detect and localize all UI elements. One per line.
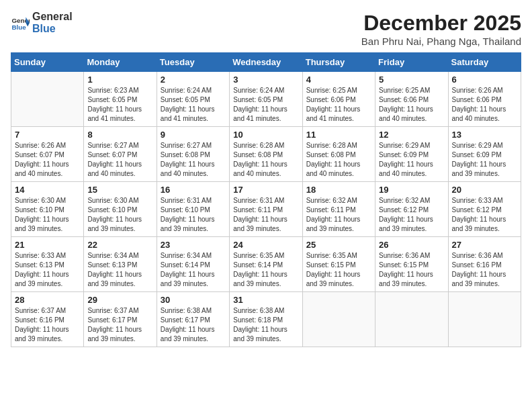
day-number: 4 (306, 75, 371, 85)
logo-icon: General Blue (11, 13, 30, 32)
day-detail: Sunrise: 6:25 AM Sunset: 6:06 PM Dayligh… (379, 86, 444, 124)
day-number: 23 (161, 240, 226, 250)
day-detail: Sunrise: 6:23 AM Sunset: 6:05 PM Dayligh… (87, 86, 152, 124)
day-detail: Sunrise: 6:29 AM Sunset: 6:09 PM Dayligh… (379, 141, 444, 179)
weekday-header-thursday: Thursday (302, 53, 375, 72)
day-detail: Sunrise: 6:27 AM Sunset: 6:07 PM Dayligh… (87, 141, 152, 179)
calendar-cell: 10Sunrise: 6:28 AM Sunset: 6:08 PM Dayli… (230, 127, 302, 182)
day-number: 20 (452, 185, 517, 195)
calendar-cell (375, 292, 448, 347)
day-detail: Sunrise: 6:34 AM Sunset: 6:14 PM Dayligh… (161, 251, 226, 289)
header: General Blue General Blue December 2025 … (11, 11, 521, 47)
location-title: Ban Phru Nai, Phang Nga, Thailand (361, 36, 521, 47)
calendar-cell: 11Sunrise: 6:28 AM Sunset: 6:08 PM Dayli… (302, 127, 375, 182)
calendar-cell: 31Sunrise: 6:38 AM Sunset: 6:18 PM Dayli… (230, 292, 302, 347)
day-detail: Sunrise: 6:38 AM Sunset: 6:17 PM Dayligh… (161, 306, 226, 344)
calendar-cell: 19Sunrise: 6:32 AM Sunset: 6:12 PM Dayli… (375, 182, 448, 237)
calendar-cell: 8Sunrise: 6:27 AM Sunset: 6:07 PM Daylig… (84, 127, 157, 182)
weekday-header-sunday: Sunday (11, 53, 84, 72)
day-number: 19 (379, 185, 444, 195)
logo-general: General (32, 11, 73, 23)
day-number: 14 (15, 185, 80, 195)
day-number: 16 (161, 185, 226, 195)
day-detail: Sunrise: 6:27 AM Sunset: 6:08 PM Dayligh… (161, 141, 226, 179)
week-row-5: 28Sunrise: 6:37 AM Sunset: 6:16 PM Dayli… (11, 292, 521, 347)
day-number: 3 (233, 75, 298, 85)
day-number: 13 (452, 130, 517, 140)
calendar-cell: 16Sunrise: 6:31 AM Sunset: 6:10 PM Dayli… (157, 182, 229, 237)
calendar-cell: 20Sunrise: 6:33 AM Sunset: 6:12 PM Dayli… (448, 182, 521, 237)
title-area: December 2025 Ban Phru Nai, Phang Nga, T… (361, 11, 521, 47)
calendar-cell: 21Sunrise: 6:33 AM Sunset: 6:13 PM Dayli… (11, 237, 84, 292)
day-number: 9 (161, 130, 226, 140)
day-number: 26 (379, 240, 444, 250)
weekday-header-wednesday: Wednesday (230, 53, 302, 72)
day-detail: Sunrise: 6:24 AM Sunset: 6:05 PM Dayligh… (233, 86, 298, 124)
day-detail: Sunrise: 6:31 AM Sunset: 6:11 PM Dayligh… (233, 196, 298, 234)
weekday-header-tuesday: Tuesday (157, 53, 229, 72)
day-detail: Sunrise: 6:29 AM Sunset: 6:09 PM Dayligh… (452, 141, 517, 179)
day-detail: Sunrise: 6:33 AM Sunset: 6:12 PM Dayligh… (452, 196, 517, 234)
day-detail: Sunrise: 6:31 AM Sunset: 6:10 PM Dayligh… (161, 196, 226, 234)
calendar-cell: 2Sunrise: 6:24 AM Sunset: 6:05 PM Daylig… (157, 72, 229, 127)
day-detail: Sunrise: 6:26 AM Sunset: 6:07 PM Dayligh… (15, 141, 80, 179)
day-detail: Sunrise: 6:35 AM Sunset: 6:15 PM Dayligh… (306, 251, 371, 289)
day-number: 24 (233, 240, 298, 250)
calendar-cell: 24Sunrise: 6:35 AM Sunset: 6:14 PM Dayli… (230, 237, 302, 292)
calendar-cell: 23Sunrise: 6:34 AM Sunset: 6:14 PM Dayli… (157, 237, 229, 292)
calendar-cell (448, 292, 521, 347)
day-number: 8 (87, 130, 152, 140)
calendar-cell: 4Sunrise: 6:25 AM Sunset: 6:06 PM Daylig… (302, 72, 375, 127)
day-number: 15 (87, 185, 152, 195)
day-detail: Sunrise: 6:37 AM Sunset: 6:16 PM Dayligh… (15, 306, 80, 344)
day-detail: Sunrise: 6:24 AM Sunset: 6:05 PM Dayligh… (161, 86, 226, 124)
calendar-cell: 17Sunrise: 6:31 AM Sunset: 6:11 PM Dayli… (230, 182, 302, 237)
calendar-cell: 18Sunrise: 6:32 AM Sunset: 6:11 PM Dayli… (302, 182, 375, 237)
day-detail: Sunrise: 6:34 AM Sunset: 6:13 PM Dayligh… (87, 251, 152, 289)
weekday-header-saturday: Saturday (448, 53, 521, 72)
day-number: 22 (87, 240, 152, 250)
calendar-cell: 3Sunrise: 6:24 AM Sunset: 6:05 PM Daylig… (230, 72, 302, 127)
week-row-2: 7Sunrise: 6:26 AM Sunset: 6:07 PM Daylig… (11, 127, 521, 182)
calendar-table: SundayMondayTuesdayWednesdayThursdayFrid… (11, 52, 521, 347)
svg-marker-3 (26, 23, 30, 27)
calendar-cell: 28Sunrise: 6:37 AM Sunset: 6:16 PM Dayli… (11, 292, 84, 347)
calendar-cell: 22Sunrise: 6:34 AM Sunset: 6:13 PM Dayli… (84, 237, 157, 292)
day-detail: Sunrise: 6:36 AM Sunset: 6:15 PM Dayligh… (379, 251, 444, 289)
day-number: 28 (15, 295, 80, 305)
day-number: 25 (306, 240, 371, 250)
day-detail: Sunrise: 6:30 AM Sunset: 6:10 PM Dayligh… (15, 196, 80, 234)
week-row-4: 21Sunrise: 6:33 AM Sunset: 6:13 PM Dayli… (11, 237, 521, 292)
day-detail: Sunrise: 6:38 AM Sunset: 6:18 PM Dayligh… (233, 306, 298, 344)
day-number: 31 (233, 295, 298, 305)
day-number: 1 (87, 75, 152, 85)
calendar-cell: 12Sunrise: 6:29 AM Sunset: 6:09 PM Dayli… (375, 127, 448, 182)
day-number: 30 (161, 295, 226, 305)
calendar-cell: 1Sunrise: 6:23 AM Sunset: 6:05 PM Daylig… (84, 72, 157, 127)
day-detail: Sunrise: 6:33 AM Sunset: 6:13 PM Dayligh… (15, 251, 80, 289)
day-detail: Sunrise: 6:36 AM Sunset: 6:16 PM Dayligh… (452, 251, 517, 289)
logo: General Blue General Blue (11, 11, 73, 34)
calendar-cell: 25Sunrise: 6:35 AM Sunset: 6:15 PM Dayli… (302, 237, 375, 292)
day-detail: Sunrise: 6:32 AM Sunset: 6:11 PM Dayligh… (306, 196, 371, 234)
week-row-3: 14Sunrise: 6:30 AM Sunset: 6:10 PM Dayli… (11, 182, 521, 237)
calendar-cell: 15Sunrise: 6:30 AM Sunset: 6:10 PM Dayli… (84, 182, 157, 237)
day-number: 17 (233, 185, 298, 195)
day-detail: Sunrise: 6:26 AM Sunset: 6:06 PM Dayligh… (452, 86, 517, 124)
weekday-header-row: SundayMondayTuesdayWednesdayThursdayFrid… (11, 53, 521, 72)
day-detail: Sunrise: 6:37 AM Sunset: 6:17 PM Dayligh… (87, 306, 152, 344)
day-number: 27 (452, 240, 517, 250)
calendar-cell (11, 72, 84, 127)
day-detail: Sunrise: 6:25 AM Sunset: 6:06 PM Dayligh… (306, 86, 371, 124)
day-number: 12 (379, 130, 444, 140)
svg-text:Blue: Blue (11, 23, 26, 30)
day-detail: Sunrise: 6:28 AM Sunset: 6:08 PM Dayligh… (233, 141, 298, 179)
day-number: 11 (306, 130, 371, 140)
day-number: 29 (87, 295, 152, 305)
day-number: 2 (161, 75, 226, 85)
calendar-cell: 29Sunrise: 6:37 AM Sunset: 6:17 PM Dayli… (84, 292, 157, 347)
calendar-cell: 7Sunrise: 6:26 AM Sunset: 6:07 PM Daylig… (11, 127, 84, 182)
calendar-cell: 30Sunrise: 6:38 AM Sunset: 6:17 PM Dayli… (157, 292, 229, 347)
day-number: 6 (452, 75, 517, 85)
calendar-cell: 5Sunrise: 6:25 AM Sunset: 6:06 PM Daylig… (375, 72, 448, 127)
